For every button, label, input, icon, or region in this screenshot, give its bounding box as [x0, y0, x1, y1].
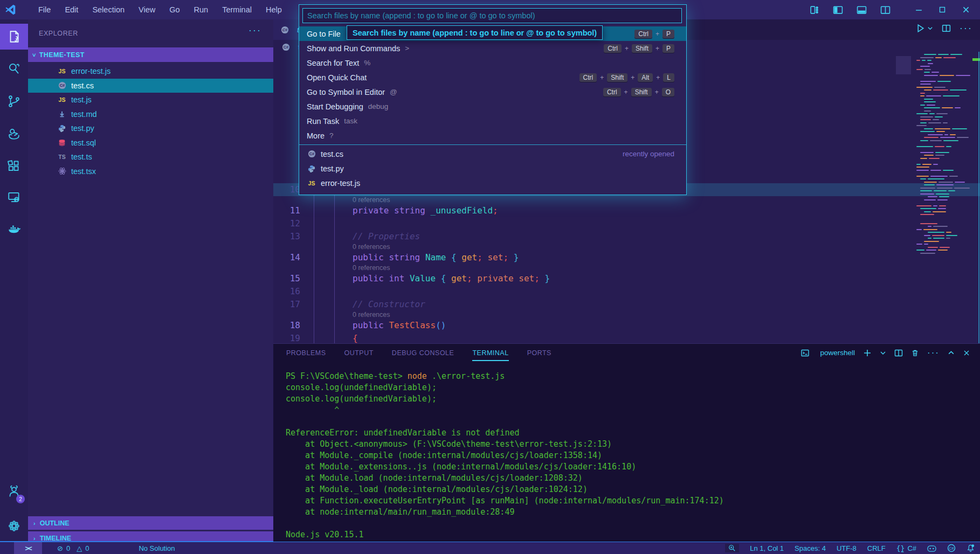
panel-tab-output[interactable]: OUTPUT: [344, 347, 373, 359]
quick-open-input[interactable]: [302, 8, 682, 23]
menu-file[interactable]: File: [38, 5, 51, 14]
notifications-bell-icon[interactable]: [967, 544, 975, 552]
file-item-test.tsx[interactable]: test.tsx: [28, 164, 273, 179]
item-label: Go to File: [307, 30, 341, 38]
copilot-icon[interactable]: [927, 544, 936, 552]
file-tree: JSerror-test.jsC#test.csJStest.jstest.md…: [28, 64, 273, 178]
minimap[interactable]: [916, 54, 970, 255]
quick-open-file-test.py[interactable]: test.py: [299, 161, 686, 176]
language-mode[interactable]: {̰} C#: [896, 544, 916, 552]
menu-view[interactable]: View: [139, 5, 155, 14]
maximize-panel-icon[interactable]: [948, 349, 955, 356]
toggle-sidebar-icon[interactable]: [832, 4, 843, 15]
markdown-file-icon: [57, 110, 67, 118]
shell-label[interactable]: powershell: [820, 349, 855, 357]
codelens-references[interactable]: 0 references: [273, 196, 980, 204]
accounts-badge: 2: [16, 495, 25, 503]
codelens-references[interactable]: 0 references: [273, 264, 980, 272]
file-item-error-test.js[interactable]: JSerror-test.js: [28, 64, 273, 79]
quick-open-file-error-test.js[interactable]: JSerror-test.js: [299, 176, 686, 190]
keybinding: Ctrl+Shift+Alt+L: [579, 73, 674, 82]
file-name: error-test.js: [71, 67, 111, 75]
cursor-position[interactable]: Ln 1, Col 1: [750, 544, 784, 552]
file-item-test.cs[interactable]: C#test.cs: [28, 79, 273, 93]
activity-search-icon[interactable]: [0, 56, 28, 82]
error-count: 0: [66, 544, 70, 552]
sidebar-section-outline[interactable]: › OUTLINE: [28, 516, 273, 530]
code-text: private string _unusedField;: [300, 204, 498, 217]
file-item-test.py[interactable]: test.py: [28, 121, 273, 136]
activity-settings-icon[interactable]: [0, 513, 28, 539]
item-label: Open Quick Chat: [307, 73, 367, 82]
file-item-test.js[interactable]: JStest.js: [28, 93, 273, 107]
menu-selection[interactable]: Selection: [92, 5, 125, 14]
quick-open-item-run-task[interactable]: Run Tasktask: [299, 114, 686, 128]
close-icon[interactable]: [961, 4, 971, 15]
indentation[interactable]: Spaces: 4: [795, 544, 826, 552]
csharp-status-icon[interactable]: C#: [947, 544, 956, 552]
sidebar-more-actions-icon[interactable]: ···: [249, 25, 261, 36]
quick-open-file-test.cs[interactable]: C#test.csrecently opened: [299, 147, 686, 161]
terminal-output[interactable]: PS F:\VSCode\theme-test> node .\error-te…: [286, 371, 724, 541]
kill-terminal-icon[interactable]: [911, 349, 919, 357]
panel-tab-debug-console[interactable]: DEBUG CONSOLE: [392, 347, 454, 359]
panel-tab-terminal[interactable]: TERMINAL: [472, 347, 508, 359]
activity-debug-duck-icon[interactable]: [0, 121, 28, 147]
quick-open-item-start-debugging[interactable]: Start Debuggingdebug: [299, 99, 686, 114]
maximize-icon[interactable]: [937, 4, 948, 15]
item-suffix: >: [405, 44, 409, 52]
csharp-file-icon: C#: [280, 26, 289, 34]
code-area[interactable]: 10// This will cause a warning - unused …: [273, 183, 980, 345]
activity-accounts-icon[interactable]: 2: [0, 479, 28, 504]
file-item-test.sql[interactable]: test.sql: [28, 136, 273, 150]
file-item-test.md[interactable]: test.md: [28, 107, 273, 122]
recently-opened-note: recently opened: [623, 150, 674, 158]
codelens-references[interactable]: 0 references: [273, 311, 980, 319]
activity-explorer-icon[interactable]: [0, 24, 28, 50]
quick-open-item-go-to-symbol-in-editor[interactable]: Go to Symbol in Editor@Ctrl+Shift+O: [299, 85, 686, 99]
zoom-indicator[interactable]: [725, 544, 739, 552]
quick-open-item-more[interactable]: More?: [299, 128, 686, 143]
toggle-panel-icon[interactable]: [856, 4, 867, 15]
file-name: test.ts: [71, 153, 92, 161]
problems-status[interactable]: ⊘ 0 △ 0: [57, 544, 89, 552]
menu-go[interactable]: Go: [169, 5, 180, 14]
panel-tab-ports[interactable]: PORTS: [527, 347, 551, 359]
remote-indicator[interactable]: ><: [14, 542, 42, 554]
minimize-icon[interactable]: [913, 4, 924, 15]
quick-open-item-open-quick-chat[interactable]: Open Quick ChatCtrl+Shift+Alt+L: [299, 70, 686, 85]
quick-open-item-show-and-run-commands[interactable]: Show and Run Commands>Ctrl+Shift+P: [299, 41, 686, 56]
activity-source-control-icon[interactable]: [0, 88, 28, 114]
more-actions-icon[interactable]: ···: [927, 348, 940, 358]
split-editor-button[interactable]: [942, 24, 951, 33]
solution-status[interactable]: No Solution: [139, 544, 175, 552]
toggle-secondary-sidebar-icon[interactable]: [880, 4, 891, 15]
activity-remote-explorer-icon[interactable]: [0, 184, 28, 210]
editor-scrollbar[interactable]: [978, 52, 979, 343]
encoding[interactable]: UTF-8: [837, 544, 857, 552]
close-panel-icon[interactable]: [963, 349, 970, 357]
new-terminal-icon[interactable]: [863, 349, 872, 357]
svg-text:C#: C#: [309, 151, 314, 156]
eol-sequence[interactable]: CRLF: [867, 544, 886, 552]
menu-edit[interactable]: Edit: [65, 5, 78, 14]
warning-icon: △: [77, 544, 82, 552]
svg-text:C#: C#: [59, 84, 65, 88]
file-item-test.ts[interactable]: TStest.ts: [28, 150, 273, 164]
run-button[interactable]: [916, 24, 933, 33]
terminal-line: [286, 416, 724, 427]
folder-header-theme-test[interactable]: ˅ THEME-TEST: [28, 47, 273, 62]
split-terminal-icon[interactable]: [894, 349, 903, 357]
menu-terminal[interactable]: Terminal: [222, 5, 252, 14]
menu-help[interactable]: Help: [266, 5, 282, 14]
codelens-references[interactable]: 0 references: [273, 243, 980, 251]
terminal-dropdown-icon[interactable]: [880, 350, 886, 356]
panel-tab-problems[interactable]: PROBLEMS: [286, 347, 326, 359]
activity-docker-icon[interactable]: [0, 216, 28, 241]
activity-extensions-icon[interactable]: [0, 153, 28, 179]
more-actions-icon[interactable]: ···: [960, 23, 972, 34]
code-text: public string Name { get; set; }: [300, 251, 519, 264]
quick-open-item-search-for-text[interactable]: Search for Text%: [299, 56, 686, 70]
menu-run[interactable]: Run: [194, 5, 209, 14]
customize-layout-icon[interactable]: [809, 4, 819, 15]
